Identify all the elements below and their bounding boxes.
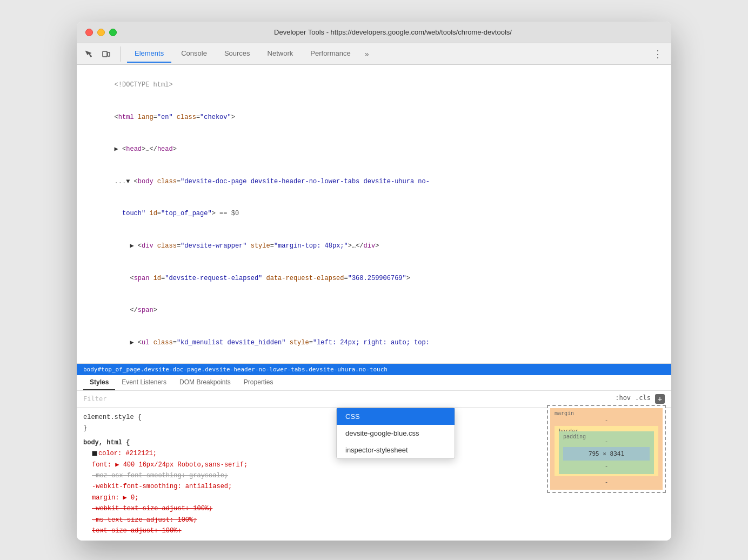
titlebar: Developer Tools - https://developers.goo… — [77, 22, 671, 43]
filter-label: Filter — [83, 395, 106, 403]
dom-line-body-cont: touch" id="top_of_page"> == $0 — [77, 198, 671, 230]
cls-button[interactable]: .cls — [635, 394, 651, 404]
hov-button[interactable]: :hov — [615, 394, 631, 404]
prop-webkit-text-size: -webkit-text-size-adjust: 100%; — [83, 503, 665, 514]
margin-label: margin — [552, 409, 576, 417]
filter-actions: :hov .cls + — [615, 394, 665, 404]
margin-bottom-value: - — [555, 478, 658, 485]
tab-console[interactable]: Console — [173, 45, 215, 63]
dropdown-item-inspector[interactable]: inspector-stylesheet — [337, 442, 455, 458]
tab-sources[interactable]: Sources — [217, 45, 258, 63]
margin-box: margin - border padding - 795 × 8341 - — [550, 408, 663, 490]
styles-tab-properties[interactable]: Properties — [237, 375, 280, 390]
body-html-selector: body, html { — [83, 437, 130, 448]
styles-tab-styles[interactable]: Styles — [83, 375, 115, 390]
toolbar: Elements Console Sources Network Perform… — [77, 43, 671, 65]
toolbar-icons — [81, 46, 121, 62]
dom-line-body-open[interactable]: ...▼ <body class="devsite-doc-page devsi… — [77, 166, 671, 198]
prop-ms-text-size: -ms-text-size-adjust: 100%; — [83, 515, 665, 525]
main-content: <!DOCTYPE html> <html lang="en" class="c… — [77, 65, 671, 541]
dom-line-span[interactable]: <span id="devsite-request-elapsed" data-… — [77, 262, 671, 295]
tab-network[interactable]: Network — [260, 45, 301, 63]
dom-line-doctype: <!DOCTYPE html> — [77, 69, 671, 102]
tab-performance[interactable]: Performance — [303, 45, 358, 63]
border-box: border padding - 795 × 8341 - — [555, 426, 658, 476]
inspect-icon[interactable] — [81, 46, 96, 62]
margin-top-value: - — [555, 417, 658, 424]
styles-tab-dom-breakpoints[interactable]: DOM Breakpoints — [173, 375, 237, 390]
tab-elements[interactable]: Elements — [127, 45, 171, 63]
svg-rect-0 — [103, 51, 107, 57]
color-swatch — [92, 451, 97, 456]
breadcrumb[interactable]: body#top_of_page.devsite-doc-page.devsit… — [77, 364, 671, 375]
styles-tabs: Styles Event Listeners DOM Breakpoints P… — [77, 375, 671, 391]
svg-rect-1 — [108, 52, 110, 56]
device-toolbar-icon[interactable] — [98, 46, 113, 62]
maximize-button[interactable] — [109, 29, 117, 36]
dom-line-head[interactable]: ▶ <head>…</head> — [77, 134, 671, 166]
padding-label: padding — [561, 432, 588, 441]
box-model: margin - border padding - 795 × 8341 - — [547, 405, 666, 493]
dom-line-div[interactable]: ▶ <div class="devsite-wrapper" style="ma… — [77, 230, 671, 263]
content-box: 795 × 8341 — [563, 447, 650, 461]
prop-text-size: text-size-adjust: 100%: — [83, 525, 665, 536]
box-model-panel: margin - border padding - 795 × 8341 - — [547, 405, 666, 493]
add-style-rule-button[interactable]: + — [655, 394, 665, 404]
dom-line-html[interactable]: <html lang="en" class="chekov"> — [77, 102, 671, 134]
content-dimensions: 795 × 8341 — [589, 450, 624, 457]
minimize-button[interactable] — [97, 29, 105, 36]
padding-box: padding - 795 × 8341 - — [559, 431, 654, 474]
css-dropdown: CSS devsite-google-blue.css inspector-st… — [336, 408, 455, 459]
devtools-window: Developer Tools - https://developers.goo… — [77, 22, 671, 541]
padding-bottom-value: - — [563, 463, 650, 470]
dom-line-ul[interactable]: ▶ <ul class="kd_menulist devsite_hidden"… — [77, 327, 671, 359]
traffic-lights — [85, 29, 117, 36]
close-button[interactable] — [85, 29, 93, 36]
devtools-menu-button[interactable]: ⋮ — [649, 46, 667, 62]
window-title: Developer Tools - https://developers.goo… — [123, 28, 663, 36]
more-tabs-button[interactable]: » — [360, 48, 373, 61]
dom-line-span-close: </span> — [77, 295, 671, 327]
dropdown-item-css[interactable]: CSS — [337, 408, 455, 425]
dropdown-item-devsite[interactable]: devsite-google-blue.css — [337, 425, 455, 442]
styles-panel: Styles Event Listeners DOM Breakpoints P… — [77, 375, 671, 541]
dom-panel: <!DOCTYPE html> <html lang="en" class="c… — [77, 65, 671, 364]
prop-margin: margin: ▶ 0; — [83, 492, 665, 503]
styles-tab-event-listeners[interactable]: Event Listeners — [115, 375, 173, 390]
